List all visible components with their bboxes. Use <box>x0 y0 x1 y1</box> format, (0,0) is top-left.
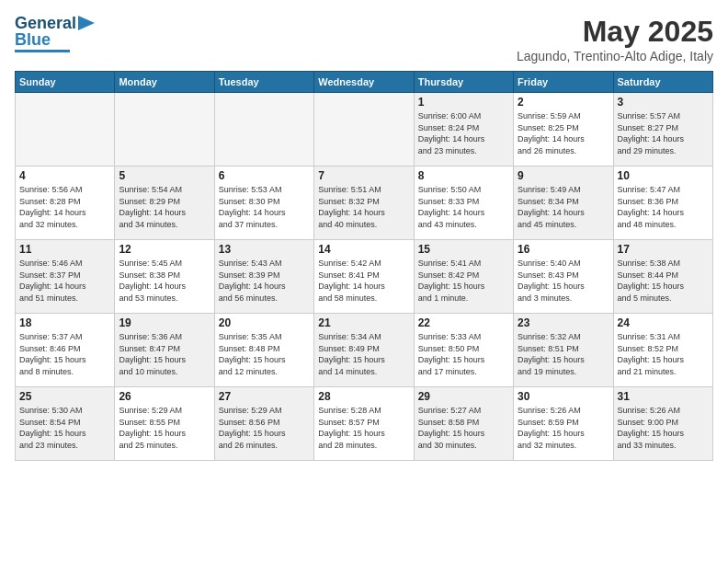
cell-info: Sunrise: 5:26 AM Sunset: 8:59 PM Dayligh… <box>518 405 609 451</box>
day-number: 9 <box>518 169 609 182</box>
day-number: 15 <box>418 243 509 256</box>
cell-info: Sunrise: 5:59 AM Sunset: 8:25 PM Dayligh… <box>518 110 609 156</box>
cell-info: Sunrise: 5:38 AM Sunset: 8:44 PM Dayligh… <box>618 258 709 304</box>
title-block: May 2025 Lagundo, Trentino-Alto Adige, I… <box>517 15 713 63</box>
cell-info: Sunrise: 5:42 AM Sunset: 8:41 PM Dayligh… <box>318 258 409 304</box>
day-number: 26 <box>119 390 210 403</box>
cell-info: Sunrise: 5:32 AM Sunset: 8:51 PM Dayligh… <box>518 331 609 377</box>
day-of-week-header: Tuesday <box>214 72 313 93</box>
day-number: 7 <box>318 169 409 182</box>
cell-info: Sunrise: 5:40 AM Sunset: 8:43 PM Dayligh… <box>518 258 609 304</box>
calendar-cell: 15Sunrise: 5:41 AM Sunset: 8:42 PM Dayli… <box>414 240 513 314</box>
logo-arrow-icon <box>78 16 95 30</box>
calendar-cell: 12Sunrise: 5:45 AM Sunset: 8:38 PM Dayli… <box>115 240 214 314</box>
cell-info: Sunrise: 5:53 AM Sunset: 8:30 PM Dayligh… <box>219 184 310 230</box>
day-number: 24 <box>618 316 709 329</box>
svg-marker-0 <box>78 16 95 30</box>
day-number: 2 <box>518 96 609 109</box>
calendar-cell: 13Sunrise: 5:43 AM Sunset: 8:39 PM Dayli… <box>214 240 313 314</box>
day-number: 10 <box>618 169 709 182</box>
day-of-week-header: Monday <box>115 72 214 93</box>
cell-info: Sunrise: 5:34 AM Sunset: 8:49 PM Dayligh… <box>318 331 409 377</box>
day-of-week-header: Sunday <box>16 72 115 93</box>
cell-info: Sunrise: 5:29 AM Sunset: 8:56 PM Dayligh… <box>219 405 310 451</box>
calendar-cell: 4Sunrise: 5:56 AM Sunset: 8:28 PM Daylig… <box>16 167 115 240</box>
cell-info: Sunrise: 5:57 AM Sunset: 8:27 PM Dayligh… <box>618 110 709 156</box>
calendar-cell: 18Sunrise: 5:37 AM Sunset: 8:46 PM Dayli… <box>16 314 115 387</box>
cell-info: Sunrise: 5:30 AM Sunset: 8:54 PM Dayligh… <box>19 405 110 451</box>
page-header: General Blue May 2025 Lagundo, Trentino-… <box>15 15 713 63</box>
day-number: 19 <box>119 316 210 329</box>
day-of-week-header: Saturday <box>613 72 712 93</box>
day-number: 20 <box>219 316 310 329</box>
calendar-cell: 28Sunrise: 5:28 AM Sunset: 8:57 PM Dayli… <box>314 387 414 461</box>
day-number: 3 <box>618 96 709 109</box>
cell-info: Sunrise: 5:56 AM Sunset: 8:28 PM Dayligh… <box>19 184 110 230</box>
calendar-cell: 23Sunrise: 5:32 AM Sunset: 8:51 PM Dayli… <box>514 314 613 387</box>
day-number: 17 <box>618 243 709 256</box>
day-number: 23 <box>518 316 609 329</box>
logo-text: General <box>15 15 76 31</box>
cell-info: Sunrise: 6:00 AM Sunset: 8:24 PM Dayligh… <box>418 110 509 156</box>
location-subtitle: Lagundo, Trentino-Alto Adige, Italy <box>517 49 713 63</box>
calendar-cell: 19Sunrise: 5:36 AM Sunset: 8:47 PM Dayli… <box>115 314 214 387</box>
calendar-cell <box>16 93 115 167</box>
cell-info: Sunrise: 5:51 AM Sunset: 8:32 PM Dayligh… <box>318 184 409 230</box>
day-number: 11 <box>19 243 110 256</box>
calendar-table: SundayMondayTuesdayWednesdayThursdayFrid… <box>15 71 713 461</box>
day-number: 22 <box>418 316 509 329</box>
calendar-week-row: 11Sunrise: 5:46 AM Sunset: 8:37 PM Dayli… <box>16 240 713 314</box>
calendar-cell: 25Sunrise: 5:30 AM Sunset: 8:54 PM Dayli… <box>16 387 115 461</box>
day-number: 12 <box>119 243 210 256</box>
day-of-week-header: Friday <box>514 72 613 93</box>
calendar-cell: 11Sunrise: 5:46 AM Sunset: 8:37 PM Dayli… <box>16 240 115 314</box>
calendar-cell: 2Sunrise: 5:59 AM Sunset: 8:25 PM Daylig… <box>514 93 613 167</box>
calendar-week-row: 25Sunrise: 5:30 AM Sunset: 8:54 PM Dayli… <box>16 387 713 461</box>
logo: General Blue <box>15 15 95 52</box>
calendar-header-row: SundayMondayTuesdayWednesdayThursdayFrid… <box>16 72 713 93</box>
cell-info: Sunrise: 5:46 AM Sunset: 8:37 PM Dayligh… <box>19 258 110 304</box>
day-number: 25 <box>19 390 110 403</box>
calendar-cell: 29Sunrise: 5:27 AM Sunset: 8:58 PM Dayli… <box>414 387 513 461</box>
calendar-cell <box>115 93 214 167</box>
calendar-cell: 22Sunrise: 5:33 AM Sunset: 8:50 PM Dayli… <box>414 314 513 387</box>
day-of-week-header: Wednesday <box>314 72 414 93</box>
calendar-cell: 20Sunrise: 5:35 AM Sunset: 8:48 PM Dayli… <box>214 314 313 387</box>
cell-info: Sunrise: 5:50 AM Sunset: 8:33 PM Dayligh… <box>418 184 509 230</box>
cell-info: Sunrise: 5:36 AM Sunset: 8:47 PM Dayligh… <box>119 331 210 377</box>
day-number: 1 <box>418 96 509 109</box>
day-number: 30 <box>518 390 609 403</box>
day-number: 31 <box>618 390 709 403</box>
cell-info: Sunrise: 5:45 AM Sunset: 8:38 PM Dayligh… <box>119 258 210 304</box>
calendar-cell: 3Sunrise: 5:57 AM Sunset: 8:27 PM Daylig… <box>613 93 712 167</box>
cell-info: Sunrise: 5:35 AM Sunset: 8:48 PM Dayligh… <box>219 331 310 377</box>
calendar-cell: 21Sunrise: 5:34 AM Sunset: 8:49 PM Dayli… <box>314 314 414 387</box>
day-number: 29 <box>418 390 509 403</box>
day-number: 16 <box>518 243 609 256</box>
day-number: 18 <box>19 316 110 329</box>
calendar-cell: 17Sunrise: 5:38 AM Sunset: 8:44 PM Dayli… <box>613 240 712 314</box>
day-number: 5 <box>119 169 210 182</box>
day-number: 28 <box>318 390 409 403</box>
cell-info: Sunrise: 5:54 AM Sunset: 8:29 PM Dayligh… <box>119 184 210 230</box>
calendar-cell: 10Sunrise: 5:47 AM Sunset: 8:36 PM Dayli… <box>613 167 712 240</box>
calendar-cell: 24Sunrise: 5:31 AM Sunset: 8:52 PM Dayli… <box>613 314 712 387</box>
cell-info: Sunrise: 5:33 AM Sunset: 8:50 PM Dayligh… <box>418 331 509 377</box>
calendar-cell: 6Sunrise: 5:53 AM Sunset: 8:30 PM Daylig… <box>214 167 313 240</box>
cell-info: Sunrise: 5:37 AM Sunset: 8:46 PM Dayligh… <box>19 331 110 377</box>
calendar-week-row: 1Sunrise: 6:00 AM Sunset: 8:24 PM Daylig… <box>16 93 713 167</box>
calendar-cell: 16Sunrise: 5:40 AM Sunset: 8:43 PM Dayli… <box>514 240 613 314</box>
cell-info: Sunrise: 5:49 AM Sunset: 8:34 PM Dayligh… <box>518 184 609 230</box>
day-number: 14 <box>318 243 409 256</box>
day-number: 4 <box>19 169 110 182</box>
month-year-title: May 2025 <box>517 15 713 49</box>
cell-info: Sunrise: 5:47 AM Sunset: 8:36 PM Dayligh… <box>618 184 709 230</box>
cell-info: Sunrise: 5:29 AM Sunset: 8:55 PM Dayligh… <box>119 405 210 451</box>
cell-info: Sunrise: 5:43 AM Sunset: 8:39 PM Dayligh… <box>219 258 310 304</box>
cell-info: Sunrise: 5:28 AM Sunset: 8:57 PM Dayligh… <box>318 405 409 451</box>
calendar-cell: 26Sunrise: 5:29 AM Sunset: 8:55 PM Dayli… <box>115 387 214 461</box>
day-number: 13 <box>219 243 310 256</box>
cell-info: Sunrise: 5:41 AM Sunset: 8:42 PM Dayligh… <box>418 258 509 304</box>
day-of-week-header: Thursday <box>414 72 513 93</box>
calendar-cell: 31Sunrise: 5:26 AM Sunset: 9:00 PM Dayli… <box>613 387 712 461</box>
